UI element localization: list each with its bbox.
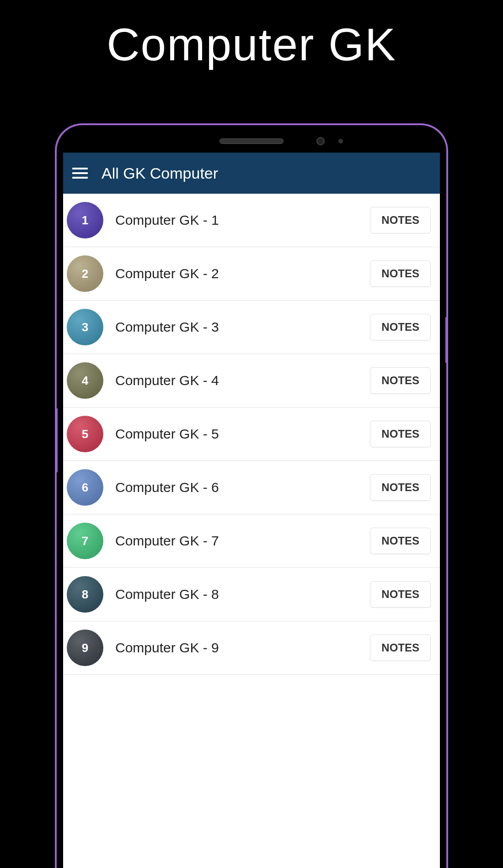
item-label: Computer GK - 7 (115, 533, 358, 549)
number-badge: 1 (67, 202, 103, 238)
notes-button[interactable]: NOTES (370, 581, 431, 608)
item-label: Computer GK - 1 (115, 212, 358, 228)
volume-button (55, 408, 58, 472)
number-badge: 2 (67, 255, 103, 292)
item-label: Computer GK - 2 (115, 266, 358, 281)
promo-title: Computer GK (0, 0, 503, 71)
item-label: Computer GK - 9 (115, 640, 358, 656)
item-label: Computer GK - 4 (115, 373, 358, 388)
notes-button[interactable]: NOTES (370, 207, 431, 233)
number-badge: 9 (67, 630, 103, 666)
notes-button[interactable]: NOTES (370, 528, 431, 554)
notes-button[interactable]: NOTES (370, 314, 431, 340)
sensor (338, 139, 343, 143)
notes-button[interactable]: NOTES (370, 421, 431, 447)
notes-button[interactable]: NOTES (370, 260, 431, 287)
notes-button[interactable]: NOTES (370, 635, 431, 661)
number-badge: 6 (67, 469, 103, 506)
notes-button[interactable]: NOTES (370, 367, 431, 394)
list-item[interactable]: 6Computer GK - 6NOTES (63, 461, 440, 514)
speaker-grille (219, 138, 284, 144)
item-label: Computer GK - 5 (115, 426, 358, 442)
list-item[interactable]: 7Computer GK - 7NOTES (63, 514, 440, 568)
list-item[interactable]: 4Computer GK - 4NOTES (63, 354, 440, 408)
number-badge: 7 (67, 523, 103, 559)
app-screen: All GK Computer 1Computer GK - 1NOTES2Co… (63, 153, 440, 868)
phone-notch (187, 137, 316, 145)
number-badge: 8 (67, 576, 103, 613)
list-item[interactable]: 9Computer GK - 9NOTES (63, 621, 440, 675)
topic-list: 1Computer GK - 1NOTES2Computer GK - 2NOT… (63, 194, 440, 675)
phone-frame: All GK Computer 1Computer GK - 1NOTES2Co… (55, 123, 448, 868)
list-item[interactable]: 1Computer GK - 1NOTES (63, 194, 440, 247)
power-button (445, 317, 448, 363)
number-badge: 4 (67, 362, 103, 399)
hamburger-menu-icon[interactable] (72, 168, 88, 179)
app-header: All GK Computer (63, 153, 440, 194)
number-badge: 5 (67, 416, 103, 452)
item-label: Computer GK - 8 (115, 587, 358, 602)
app-title: All GK Computer (102, 164, 218, 182)
list-item[interactable]: 3Computer GK - 3NOTES (63, 301, 440, 354)
front-camera (316, 137, 325, 145)
list-item[interactable]: 8Computer GK - 8NOTES (63, 568, 440, 621)
number-badge: 3 (67, 309, 103, 345)
list-item[interactable]: 5Computer GK - 5NOTES (63, 408, 440, 461)
item-label: Computer GK - 6 (115, 480, 358, 495)
list-item[interactable]: 2Computer GK - 2NOTES (63, 247, 440, 301)
item-label: Computer GK - 3 (115, 319, 358, 335)
notes-button[interactable]: NOTES (370, 474, 431, 501)
